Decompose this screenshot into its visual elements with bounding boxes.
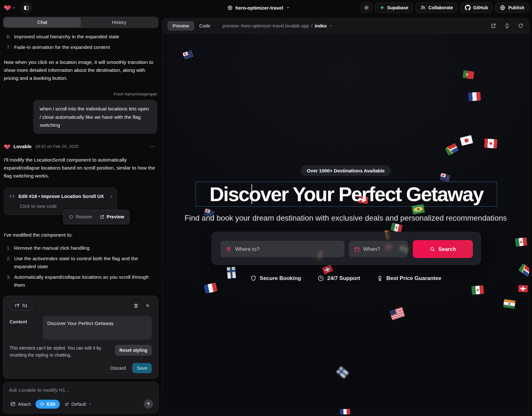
tab-code[interactable]: Code [194, 21, 216, 31]
flag-za [445, 143, 459, 156]
list-item: 4.Keep the same smooth animations and tr… [4, 291, 157, 292]
publish-label: Publish [508, 5, 524, 10]
chat-scroll-area[interactable]: 6.Improved visual hierarchy in the expan… [3, 28, 158, 292]
shield-icon [250, 275, 257, 282]
refresh-button[interactable] [517, 22, 524, 29]
toggle-sidebar-button[interactable] [21, 3, 32, 12]
lovable-heart-icon [4, 143, 11, 150]
flag-za [518, 263, 529, 277]
supabase-button[interactable]: Supabase [375, 3, 413, 13]
location-pin-icon [226, 246, 232, 252]
globe-icon [227, 5, 233, 11]
list-number: 7. [4, 43, 11, 51]
feature-badges: Secure Booking 24/7 Support Best Price G… [162, 275, 529, 282]
styling-note: This element can't be styled. You can ed… [10, 345, 111, 359]
arrow-up-icon [146, 402, 151, 406]
flag-ch [518, 285, 528, 292]
flag-in [503, 299, 515, 309]
award-icon [377, 275, 383, 282]
chat-sidebar: Chat History 6.Improved visual hierarchy… [0, 15, 162, 416]
edit-mode-button[interactable]: Edit [35, 400, 59, 409]
flag-fr [468, 92, 481, 102]
code-icon [9, 193, 15, 200]
settings-button[interactable] [361, 3, 372, 13]
restore-button[interactable]: Restore [65, 211, 96, 223]
tab-chat[interactable]: Chat [4, 18, 81, 27]
close-icon [145, 303, 150, 308]
close-panel-button[interactable] [143, 301, 152, 310]
flag-mx [471, 285, 484, 295]
user-message-bubble: when i scroll into the individual locati… [33, 100, 157, 133]
top-header: hero-optimizer-travel Supabase Collabora… [0, 0, 532, 15]
preview-toolbar: Preview Code preview--hero-optimizer-tra… [162, 18, 529, 34]
version-actions: Restore Preview [63, 210, 130, 224]
content-textarea[interactable]: Discover Your Perfect Getaway [43, 316, 152, 340]
github-button[interactable]: GitHub [460, 3, 493, 13]
edit-label: Edit [47, 402, 55, 407]
where-to-input[interactable]: Where to? [220, 241, 344, 257]
flag-au [182, 50, 194, 60]
list-text: Improved visual hierarchy in the expande… [14, 33, 119, 41]
reset-styling-button[interactable]: Reset styling [115, 345, 152, 356]
delete-element-button[interactable] [132, 301, 140, 310]
tag-label: h1 [22, 303, 27, 308]
message-author-label: From harrymckayroper [4, 91, 157, 98]
chat-composer: Attach Edit Default [3, 382, 158, 413]
when-input[interactable]: When? [349, 241, 408, 257]
sliders-icon [64, 402, 69, 407]
collaborate-button[interactable]: Collaborate [416, 3, 458, 13]
tab-preview[interactable]: Preview [167, 21, 194, 31]
panel-left-icon [24, 5, 29, 11]
target-icon [40, 402, 44, 406]
list-text: Automatically expand/collapse locations … [14, 273, 157, 289]
where-placeholder: Where to? [235, 246, 259, 252]
publish-button[interactable]: Publish [495, 3, 529, 13]
selected-h1-element[interactable]: Discover Your Perfect Getaway [196, 182, 497, 207]
type-icon: TT [15, 303, 19, 308]
list-item: 7.Fade-in animation for the expanded con… [4, 43, 157, 51]
flag-mx [390, 223, 403, 233]
content-field-label: Content [10, 316, 38, 340]
restore-icon [69, 215, 73, 219]
tab-history[interactable]: History [81, 18, 158, 27]
flag-mx [515, 237, 528, 247]
more-options-icon[interactable]: ⋯ [147, 142, 157, 151]
feature-best-price: Best Price Guarantee [377, 275, 441, 282]
assistant-list-changes: 1.Remove the manual click handling 2.Use… [4, 244, 157, 293]
default-mode-button[interactable]: Default [63, 400, 93, 408]
preview-label: Preview [107, 213, 124, 221]
edit-card-title: Edit #18 • Improve Location Scroll UX [19, 193, 104, 200]
element-editor-panel: TT h1 Content Discover Your Perfect Geta… [3, 296, 158, 379]
assistant-message-header: Lovable 18:42 on Feb 20, 2025 ⋯ [4, 142, 157, 151]
supabase-bolt-icon [380, 5, 385, 10]
list-number: 3. [4, 273, 11, 289]
external-link-icon [100, 215, 104, 219]
mobile-view-button[interactable] [504, 22, 510, 29]
chevron-down-icon [286, 6, 290, 10]
preview-url-selector[interactable]: preview--hero-optimizer-travel.lovable.a… [222, 23, 333, 28]
preview-version-button[interactable]: Preview [96, 211, 128, 223]
mobile-icon [505, 23, 510, 29]
save-button[interactable]: Save [132, 363, 152, 373]
destinations-badge: Over 1000+ Destinations Available [301, 165, 391, 176]
people-icon [420, 5, 426, 11]
attach-button[interactable]: Attach [9, 400, 32, 408]
flag-jp [460, 135, 473, 146]
composer-input[interactable] [9, 387, 153, 393]
clock-icon [318, 275, 324, 282]
preview-panel: Preview Code preview--hero-optimizer-tra… [162, 18, 529, 415]
project-name: hero-optimizer-travel [235, 5, 283, 11]
project-selector[interactable]: hero-optimizer-travel [227, 5, 290, 11]
flag-fr [204, 283, 218, 293]
open-in-new-tab-button[interactable] [490, 22, 497, 29]
list-item: 1.Remove the manual click handling [4, 244, 157, 252]
list-item: 2.Use the activeIndex state to control b… [4, 254, 157, 270]
element-tag-chip[interactable]: TT h1 [10, 301, 33, 310]
send-button[interactable] [144, 399, 153, 409]
app-preview-content: Over 1000+ Destinations Available Discov… [162, 34, 529, 414]
search-button[interactable]: Search [413, 240, 473, 258]
lovable-logo-menu[interactable] [3, 3, 16, 13]
discard-button[interactable]: Discard [107, 363, 129, 373]
feature-label: Secure Booking [260, 275, 301, 282]
github-label: GitHub [473, 5, 488, 10]
